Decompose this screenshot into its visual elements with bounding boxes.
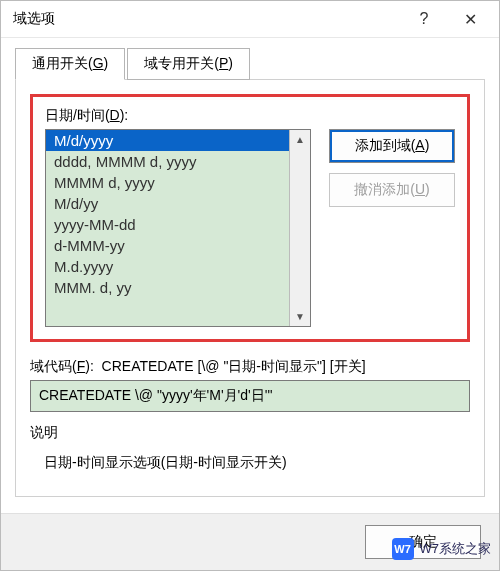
tab-strip: 通用开关(G) 域专用开关(P) xyxy=(1,38,499,80)
add-to-field-button[interactable]: 添加到域(A) xyxy=(329,129,455,163)
list-item[interactable]: MMMM d, yyyy xyxy=(46,172,289,193)
window-title: 域选项 xyxy=(13,10,401,28)
tab-general-switches[interactable]: 通用开关(G) xyxy=(15,48,125,80)
scroll-down-icon[interactable]: ▼ xyxy=(295,311,305,322)
datetime-row: M/d/yyyy dddd, MMMM d, yyyy MMMM d, yyyy… xyxy=(45,129,455,327)
dialog-footer: 确定 W7 W7系统之家 xyxy=(1,513,499,570)
tab-field-specific-switches[interactable]: 域专用开关(P) xyxy=(127,48,250,80)
fieldcode-template: CREATEDATE [\@ "日期-时间显示"] [开关] xyxy=(102,358,366,374)
fieldcode-label: 域代码(F): CREATEDATE [\@ "日期-时间显示"] [开关] xyxy=(30,358,470,376)
list-item[interactable]: M.d.yyyy xyxy=(46,256,289,277)
side-buttons: 添加到域(A) 撤消添加(U) xyxy=(329,129,455,217)
list-item[interactable]: MMM. d, yy xyxy=(46,277,289,298)
datetime-list[interactable]: M/d/yyyy dddd, MMMM d, yyyy MMMM d, yyyy… xyxy=(46,130,289,326)
field-options-dialog: 域选项 ? ✕ 通用开关(G) 域专用开关(P) 日期/时间(D): M/d/y… xyxy=(0,0,500,571)
highlight-region: 日期/时间(D): M/d/yyyy dddd, MMMM d, yyyy MM… xyxy=(30,94,470,342)
watermark-text: W7系统之家 xyxy=(420,540,492,558)
close-button[interactable]: ✕ xyxy=(447,1,493,37)
undo-add-button: 撤消添加(U) xyxy=(329,173,455,207)
list-item[interactable]: M/d/yy xyxy=(46,193,289,214)
description-text: 日期-时间显示选项(日期-时间显示开关) xyxy=(30,446,470,476)
fieldcode-value[interactable]: CREATEDATE \@ "yyyy'年'M'月'd'日'" xyxy=(30,380,470,412)
list-item[interactable]: dddd, MMMM d, yyyy xyxy=(46,151,289,172)
description-label: 说明 xyxy=(30,424,470,442)
datetime-listbox[interactable]: M/d/yyyy dddd, MMMM d, yyyy MMMM d, yyyy… xyxy=(45,129,311,327)
list-item[interactable]: yyyy-MM-dd xyxy=(46,214,289,235)
scrollbar[interactable]: ▲ ▼ xyxy=(289,130,310,326)
watermark: W7 W7系统之家 xyxy=(392,538,492,560)
list-item[interactable]: d-MMM-yy xyxy=(46,235,289,256)
watermark-logo-icon: W7 xyxy=(392,538,414,560)
scroll-up-icon[interactable]: ▲ xyxy=(295,134,305,145)
tab-panel: 日期/时间(D): M/d/yyyy dddd, MMMM d, yyyy MM… xyxy=(15,79,485,497)
list-item[interactable]: M/d/yyyy xyxy=(46,130,289,151)
datetime-label: 日期/时间(D): xyxy=(45,107,455,125)
titlebar: 域选项 ? ✕ xyxy=(1,1,499,38)
description-section: 说明 日期-时间显示选项(日期-时间显示开关) xyxy=(30,424,470,476)
help-button[interactable]: ? xyxy=(401,1,447,37)
